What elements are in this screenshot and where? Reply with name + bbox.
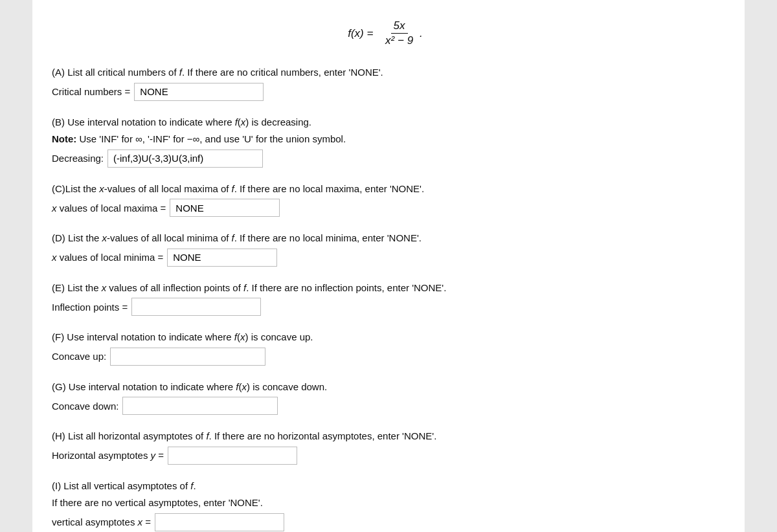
- section-i: (I) List all vertical asymptotes of f. I…: [52, 479, 719, 531]
- critical-numbers-input[interactable]: [134, 83, 264, 101]
- decreasing-label: Decreasing:: [52, 153, 104, 164]
- section-b: (B) Use interval notation to indicate wh…: [52, 115, 719, 168]
- inflection-points-input[interactable]: [131, 298, 261, 316]
- section-d-field-row: x values of local minima =: [52, 249, 719, 267]
- concave-up-input[interactable]: [110, 348, 265, 366]
- local-maxima-label: x values of local maxima =: [52, 203, 166, 214]
- horizontal-asymptotes-input[interactable]: [168, 447, 297, 465]
- horizontal-asymptotes-label: Horizontal asymptotes y =: [52, 450, 164, 461]
- formula-lhs: f(x) =: [348, 27, 373, 40]
- section-b-note: Note: Use 'INF' for ∞, '-INF' for −∞, an…: [52, 132, 719, 147]
- formula-fraction: 5x x² − 9: [383, 19, 416, 47]
- decreasing-input[interactable]: [107, 150, 263, 168]
- section-e: (E) List the x values of all inflection …: [52, 281, 719, 316]
- section-c: (C)List the x-values of all local maxima…: [52, 182, 719, 217]
- formula-period: .: [420, 27, 423, 40]
- vertical-asymptotes-input[interactable]: [155, 513, 284, 531]
- section-b-instruction: (B) Use interval notation to indicate wh…: [52, 115, 719, 130]
- local-maxima-input[interactable]: [170, 199, 280, 217]
- section-a: (A) List all critical numbers of f. If t…: [52, 65, 719, 101]
- section-d-instruction: (D) List the x-values of all local minim…: [52, 231, 719, 246]
- concave-up-label: Concave up:: [52, 351, 106, 362]
- section-i-instruction-2: If there are no vertical asymptotes, ent…: [52, 496, 719, 511]
- inflection-points-label: Inflection points =: [52, 302, 128, 313]
- section-c-instruction: (C)List the x-values of all local maxima…: [52, 182, 719, 197]
- section-e-field-row: Inflection points =: [52, 298, 719, 316]
- section-g: (G) Use interval notation to indicate wh…: [52, 380, 719, 416]
- section-h-instruction: (H) List all horizontal asymptotes of f.…: [52, 429, 719, 444]
- section-i-field-row: vertical asymptotes x =: [52, 513, 719, 531]
- section-f-instruction: (F) Use interval notation to indicate wh…: [52, 330, 719, 345]
- concave-down-input[interactable]: [122, 397, 278, 415]
- section-g-field-row: Concave down:: [52, 397, 719, 415]
- section-c-field-row: x values of local maxima =: [52, 199, 719, 217]
- section-a-field-row: Critical numbers =: [52, 83, 719, 101]
- local-minima-input[interactable]: [167, 249, 277, 267]
- section-b-field-row: Decreasing:: [52, 150, 719, 168]
- section-i-instruction-1: (I) List all vertical asymptotes of f.: [52, 479, 719, 494]
- section-f: (F) Use interval notation to indicate wh…: [52, 330, 719, 366]
- critical-numbers-label: Critical numbers =: [52, 86, 130, 97]
- section-h-field-row: Horizontal asymptotes y =: [52, 447, 719, 465]
- main-page: f(x) = 5x x² − 9 . (A) List all critical…: [32, 0, 745, 532]
- section-e-instruction: (E) List the x values of all inflection …: [52, 281, 719, 296]
- section-g-instruction: (G) Use interval notation to indicate wh…: [52, 380, 719, 395]
- formula-numerator: 5x: [391, 19, 408, 34]
- section-d: (D) List the x-values of all local minim…: [52, 231, 719, 267]
- section-h: (H) List all horizontal asymptotes of f.…: [52, 429, 719, 465]
- vertical-asymptotes-label: vertical asymptotes x =: [52, 516, 151, 527]
- formula-display: f(x) = 5x x² − 9 .: [52, 19, 719, 47]
- concave-down-label: Concave down:: [52, 401, 118, 412]
- section-f-field-row: Concave up:: [52, 348, 719, 366]
- local-minima-label: x values of local minima =: [52, 252, 163, 263]
- formula-denominator: x² − 9: [383, 34, 416, 47]
- section-a-instruction: (A) List all critical numbers of f. If t…: [52, 65, 719, 80]
